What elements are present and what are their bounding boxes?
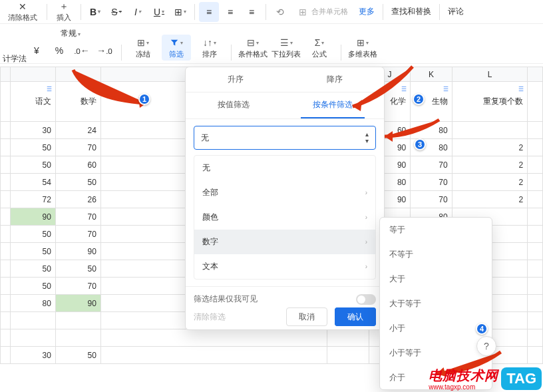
cell[interactable]: 90: [55, 243, 100, 260]
cell[interactable]: [1, 295, 11, 312]
cell[interactable]: 30: [10, 347, 55, 364]
cell[interactable]: 70: [411, 174, 452, 191]
border-button[interactable]: ⊞: [170, 2, 190, 22]
cell[interactable]: [528, 295, 543, 312]
cell[interactable]: [10, 329, 55, 347]
option-number[interactable]: 数字›: [194, 230, 375, 254]
condition-select[interactable]: 无 ▴▾: [194, 126, 376, 150]
filter-dropdown-icon[interactable]: ☰: [45, 85, 54, 94]
cell[interactable]: 2: [452, 156, 528, 174]
number-format-select[interactable]: 常规: [57, 27, 85, 41]
cell[interactable]: 30: [10, 122, 55, 139]
cell[interactable]: [528, 208, 543, 226]
option-text[interactable]: 文本›: [194, 254, 375, 279]
option-color[interactable]: 颜色›: [194, 205, 375, 230]
dropdown-list-button[interactable]: ☰ 下拉列表: [272, 35, 301, 61]
cell[interactable]: 70: [411, 156, 452, 174]
wrap-icon[interactable]: ⟲: [270, 2, 290, 22]
filter-button[interactable]: 筛选: [162, 35, 191, 61]
cell[interactable]: [327, 347, 369, 364]
col-header-math[interactable]: 数学☰: [55, 82, 100, 122]
cell[interactable]: [1, 208, 11, 226]
option-all[interactable]: 全部›: [194, 180, 375, 205]
sort-desc-tab[interactable]: 降序: [285, 67, 384, 92]
only-me-toggle[interactable]: [356, 294, 376, 305]
cell[interactable]: [100, 347, 327, 364]
sort-button[interactable]: ↓↑ 排序: [195, 35, 224, 61]
align-center-button[interactable]: ≡: [220, 2, 240, 22]
filter-dropdown-icon[interactable]: ☰: [90, 85, 99, 94]
filter-by-value-tab[interactable]: 按值筛选: [206, 93, 262, 118]
cell[interactable]: [100, 329, 327, 347]
filter-by-condition-tab[interactable]: 按条件筛选: [301, 93, 365, 118]
more-button[interactable]: 更多: [355, 6, 379, 17]
cell[interactable]: 24: [55, 122, 100, 139]
cell[interactable]: [1, 122, 11, 139]
cell[interactable]: [1, 174, 11, 191]
cell[interactable]: 50: [10, 243, 55, 260]
submenu-greater-equal[interactable]: 大于等于: [380, 292, 492, 316]
cell[interactable]: 90: [55, 295, 100, 312]
cell[interactable]: 2: [452, 174, 528, 191]
strike-button[interactable]: S: [106, 2, 126, 22]
ok-button[interactable]: 确认: [335, 307, 376, 326]
cell[interactable]: [528, 174, 543, 191]
cell[interactable]: [1, 156, 11, 174]
percent-button[interactable]: %: [49, 41, 69, 61]
cell[interactable]: [55, 312, 100, 329]
increase-decimal-button[interactable]: →.0: [94, 41, 114, 61]
cell[interactable]: 50: [10, 278, 55, 295]
cell[interactable]: [528, 156, 543, 174]
cell[interactable]: 26: [55, 191, 100, 208]
submenu-less-than[interactable]: 小于: [380, 316, 492, 341]
cell[interactable]: [1, 226, 11, 243]
align-left-button[interactable]: ≡: [199, 2, 219, 22]
cell[interactable]: 70: [55, 226, 100, 243]
cell[interactable]: [1, 191, 11, 208]
help-button[interactable]: ?: [476, 336, 496, 356]
cell[interactable]: [55, 329, 100, 347]
cell[interactable]: [528, 329, 543, 347]
cell[interactable]: [1, 243, 11, 260]
cell[interactable]: 50: [10, 260, 55, 278]
cell[interactable]: [1, 347, 11, 364]
cell[interactable]: [528, 347, 543, 364]
find-replace-button[interactable]: 查找和替换: [387, 6, 435, 17]
cell[interactable]: [1, 278, 11, 295]
cell[interactable]: [1, 139, 11, 156]
cell[interactable]: [1, 260, 11, 278]
cell[interactable]: [1, 329, 11, 347]
col-letter[interactable]: L: [452, 67, 528, 82]
align-right-button[interactable]: ≡: [242, 2, 262, 22]
sort-asc-tab[interactable]: 升序: [186, 67, 285, 92]
filter-dropdown-icon[interactable]: ☰: [399, 85, 409, 94]
submenu-not-equals[interactable]: 不等于: [380, 242, 492, 267]
cell[interactable]: 80: [411, 122, 452, 139]
clear-filter-link[interactable]: 清除筛选: [194, 311, 226, 323]
col-header-chinese[interactable]: 语文☰: [10, 82, 55, 122]
col-header-duplicates[interactable]: 重复项个数☰: [452, 82, 528, 122]
submenu-greater-than[interactable]: 大于: [380, 267, 492, 292]
cell[interactable]: 50: [10, 139, 55, 156]
cell[interactable]: 50: [55, 347, 100, 364]
currency-button[interactable]: ¥: [27, 41, 47, 61]
underline-button[interactable]: U: [149, 2, 169, 22]
italic-button[interactable]: I: [128, 2, 148, 22]
cell[interactable]: 70: [55, 208, 100, 226]
cell[interactable]: 72: [10, 191, 55, 208]
cell[interactable]: 70: [55, 139, 100, 156]
cell[interactable]: [528, 278, 543, 295]
col-letter[interactable]: K: [411, 67, 452, 82]
cell[interactable]: [327, 329, 369, 347]
cell[interactable]: [528, 260, 543, 278]
cell[interactable]: [528, 226, 543, 243]
cell[interactable]: 54: [10, 174, 55, 191]
cell[interactable]: 50: [55, 260, 100, 278]
conditional-format-button[interactable]: ⊟ 条件格式: [238, 35, 268, 61]
freeze-button[interactable]: ⊞ 冻结: [128, 35, 158, 61]
cell[interactable]: [528, 191, 543, 208]
insert-button[interactable]: ＋ 插入: [51, 0, 77, 24]
formula-button[interactable]: Σ 公式: [305, 35, 334, 61]
clear-format-button[interactable]: ✕ 清除格式: [3, 0, 43, 24]
submenu-less-equal[interactable]: 小于等于: [380, 341, 492, 365]
